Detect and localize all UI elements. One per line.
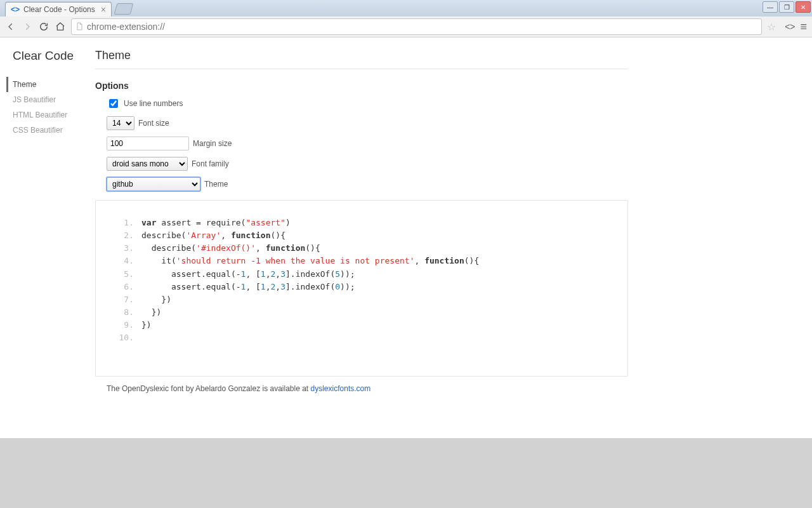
theme-select[interactable]: github — [107, 177, 200, 191]
browser-tab-active[interactable]: <> Clear Code - Options × — [5, 2, 112, 17]
code-line: 9}) — [115, 319, 608, 331]
code-line: 8 }) — [115, 306, 608, 319]
line-number: 5 — [115, 268, 134, 281]
sidebar-item-js-beautifier[interactable]: JS Beautifier — [13, 92, 95, 107]
code-content: assert.equal(-1, [1,2,3].indexOf(0)); — [141, 281, 355, 293]
code-line: 5 assert.equal(-1, [1,2,3].indexOf(5)); — [115, 268, 608, 281]
bookmark-star-icon[interactable]: ☆ — [767, 21, 776, 33]
code-content: assert.equal(-1, [1,2,3].indexOf(5)); — [141, 268, 355, 281]
tab-title: Clear Code - Options — [23, 5, 96, 14]
code-content: }) — [141, 319, 152, 331]
code-line: 4 it('should return -1 when the value is… — [115, 255, 608, 267]
window-minimize-button[interactable]: — — [763, 1, 778, 13]
forward-button[interactable] — [22, 21, 33, 32]
code-line: 3 describe('#indexOf()', function(){ — [115, 242, 608, 255]
browser-toolbar: chrome-extension:// ☆ <> ≡ — [0, 17, 812, 37]
font-size-select[interactable]: 14 — [107, 116, 134, 130]
sidebar-item-html-beautifier[interactable]: HTML Beautifier — [13, 107, 95, 123]
sidebar-item-theme[interactable]: Theme — [6, 77, 95, 92]
code-content: describe('Array', function(){ — [141, 229, 285, 242]
home-button[interactable] — [55, 21, 66, 32]
main-panel: Theme Options Use line numbers 14 Font s… — [95, 37, 653, 438]
margin-size-input[interactable] — [107, 137, 189, 150]
code-line: 6 assert.equal(-1, [1,2,3].indexOf(0)); — [115, 281, 608, 293]
line-number: 2 — [115, 229, 134, 242]
sidebar-nav: ThemeJS BeautifierHTML BeautifierCSS Bea… — [13, 77, 95, 138]
window-close-button[interactable]: ✕ — [796, 1, 811, 13]
font-family-label: Font family — [192, 159, 229, 168]
code-content: }) — [141, 306, 161, 319]
app-title: Clear Code — [13, 49, 95, 63]
footnote-text: The OpenDyslexic font by Abelardo Gonzal… — [107, 384, 311, 393]
code-preview: 1var assert = require("assert")2describe… — [95, 200, 628, 377]
code-line: 2describe('Array', function(){ — [115, 229, 608, 242]
line-number: 7 — [115, 293, 134, 306]
font-family-select[interactable]: droid sans mono — [107, 157, 188, 171]
address-bar[interactable]: chrome-extension:// — [71, 18, 762, 35]
tab-close-icon[interactable]: × — [101, 5, 106, 14]
new-tab-button[interactable] — [114, 3, 134, 15]
tab-favicon-icon: <> — [11, 5, 20, 14]
page-icon — [75, 22, 83, 31]
font-size-label: Font size — [138, 119, 169, 128]
section-heading: Theme — [95, 49, 628, 69]
code-content: var assert = require("assert") — [141, 217, 291, 229]
options-heading: Options — [95, 81, 628, 91]
line-number: 3 — [115, 242, 134, 255]
use-line-numbers-checkbox[interactable] — [109, 99, 118, 108]
code-line: 1var assert = require("assert") — [115, 217, 608, 229]
extension-icon[interactable]: <> — [785, 22, 795, 32]
footnote: The OpenDyslexic font by Abelardo Gonzal… — [95, 384, 628, 393]
line-number: 8 — [115, 306, 134, 319]
code-line: 10 — [115, 331, 608, 344]
line-number: 4 — [115, 255, 134, 267]
sidebar: Clear Code ThemeJS BeautifierHTML Beauti… — [0, 37, 95, 438]
code-line: 7 }) — [115, 293, 608, 306]
window-maximize-button[interactable]: ❐ — [779, 1, 794, 13]
footnote-link[interactable]: dyslexicfonts.com — [311, 384, 371, 393]
line-number: 10 — [115, 331, 134, 344]
page-content: Clear Code ThemeJS BeautifierHTML Beauti… — [0, 37, 812, 438]
back-button[interactable] — [5, 21, 16, 32]
code-content: it('should return -1 when the value is n… — [141, 255, 479, 267]
code-content: }) — [141, 293, 171, 306]
address-bar-url: chrome-extension:// — [87, 22, 165, 32]
line-number: 6 — [115, 281, 134, 293]
window-controls: — ❐ ✕ — [763, 1, 811, 13]
browser-tabstrip: <> Clear Code - Options × — ❐ ✕ — [0, 0, 812, 17]
line-number: 1 — [115, 217, 134, 229]
chrome-menu-icon[interactable]: ≡ — [800, 20, 807, 34]
sidebar-item-css-beautifier[interactable]: CSS Beautifier — [13, 123, 95, 138]
desktop-background-strip — [0, 438, 812, 508]
margin-size-label: Margin size — [193, 139, 232, 148]
use-line-numbers-label: Use line numbers — [124, 99, 183, 108]
theme-label: Theme — [204, 180, 228, 189]
reload-button[interactable] — [38, 21, 49, 32]
line-number: 9 — [115, 319, 134, 331]
code-content: describe('#indexOf()', function(){ — [141, 242, 320, 255]
